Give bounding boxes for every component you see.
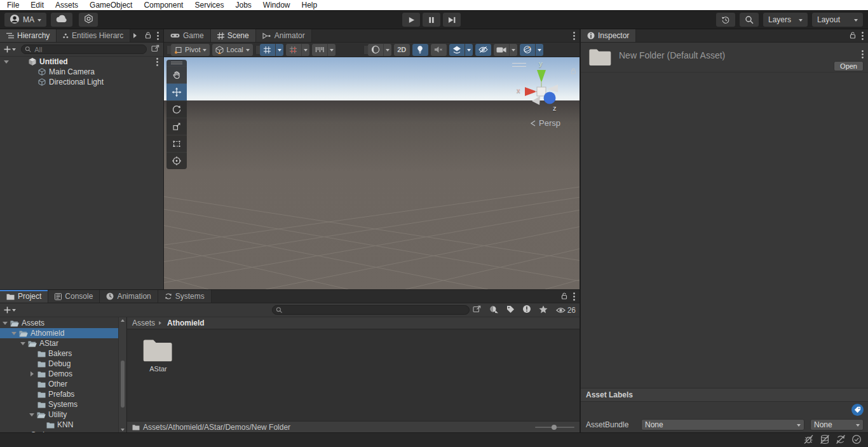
search-by-label-button[interactable] bbox=[506, 305, 515, 315]
panel-divider[interactable] bbox=[580, 29, 580, 432]
project-tree-item[interactable]: Utility bbox=[0, 409, 118, 420]
menu-item-services[interactable]: Services bbox=[189, 1, 229, 10]
rotate-tool-button[interactable] bbox=[166, 100, 187, 118]
tab-hierarchy[interactable]: Hierarchy bbox=[0, 29, 57, 42]
lock-icon[interactable] bbox=[561, 292, 567, 301]
camera-settings-dropdown[interactable] bbox=[509, 44, 517, 56]
scene-lighting-button[interactable] bbox=[412, 44, 428, 56]
disclosure-triangle[interactable] bbox=[11, 328, 18, 338]
tab-animator[interactable]: Animator bbox=[256, 29, 312, 42]
project-tree-item[interactable]: AStar bbox=[0, 338, 118, 348]
breadcrumb-current[interactable]: Athomield bbox=[167, 319, 205, 327]
shading-mode-button[interactable] bbox=[368, 44, 383, 56]
transform-tool-button[interactable] bbox=[166, 152, 187, 169]
tab-console[interactable]: Console bbox=[48, 290, 100, 303]
hierarchy-item[interactable]: Directional Light bbox=[0, 77, 163, 87]
hub-services-button[interactable] bbox=[79, 13, 98, 27]
play-button[interactable] bbox=[402, 13, 420, 27]
disclosure-triangle[interactable] bbox=[29, 409, 36, 420]
add-button[interactable] bbox=[4, 306, 16, 313]
menu-item-window[interactable]: Window bbox=[257, 1, 296, 10]
tab-project[interactable]: Project bbox=[0, 290, 48, 303]
cache-server-disabled-icon[interactable] bbox=[820, 434, 830, 446]
snap-options-dropdown[interactable] bbox=[301, 44, 309, 56]
scroll-up-icon[interactable] bbox=[119, 317, 126, 324]
panel-menu-icon[interactable] bbox=[573, 32, 575, 40]
asset-labels-header[interactable]: Asset Labels bbox=[581, 388, 868, 402]
panel-menu-icon[interactable] bbox=[862, 32, 864, 40]
project-tree-item[interactable]: Prefabs bbox=[0, 389, 118, 399]
tab-systems[interactable]: Systems bbox=[158, 290, 212, 303]
project-tree-item[interactable]: Demos bbox=[0, 369, 118, 379]
overlay-drag-handle[interactable] bbox=[166, 60, 187, 66]
breadcrumb-root[interactable]: Assets bbox=[132, 319, 155, 327]
tab-entities-hierarchy[interactable]: Entities Hierarc bbox=[57, 29, 130, 42]
debugger-disabled-icon[interactable] bbox=[803, 434, 814, 446]
project-tree-item[interactable]: Debug bbox=[0, 359, 118, 369]
scroll-down-icon[interactable] bbox=[119, 426, 126, 432]
panel-menu-icon[interactable] bbox=[573, 292, 575, 301]
open-button[interactable]: Open bbox=[834, 61, 864, 71]
move-tool-button[interactable] bbox=[166, 83, 187, 100]
panel-menu-icon[interactable] bbox=[157, 32, 159, 40]
project-tree-item[interactable]: Athomield bbox=[0, 328, 118, 338]
add-button[interactable] bbox=[4, 46, 16, 53]
cloud-button[interactable] bbox=[51, 13, 72, 27]
search-by-type-button[interactable] bbox=[489, 305, 499, 315]
menu-item-file[interactable]: File bbox=[1, 1, 25, 10]
project-tree-scrollbar[interactable] bbox=[118, 317, 126, 432]
scene-menu-icon[interactable] bbox=[156, 58, 158, 66]
open-search-window-icon[interactable] bbox=[151, 45, 159, 54]
grid-options-dropdown[interactable] bbox=[275, 44, 283, 56]
disclosure-triangle[interactable] bbox=[29, 369, 36, 379]
asset-bundle-dropdown[interactable]: None bbox=[641, 419, 804, 430]
menu-item-component[interactable]: Component bbox=[138, 1, 189, 10]
menu-item-edit[interactable]: Edit bbox=[25, 1, 50, 10]
pivot-toggle-button[interactable]: Pivot bbox=[171, 44, 210, 56]
snap-increment-button[interactable] bbox=[286, 44, 301, 56]
effects-button[interactable] bbox=[449, 44, 465, 56]
snap-size-dropdown[interactable] bbox=[327, 44, 336, 56]
toolbar-grip[interactable] bbox=[168, 46, 168, 54]
favorites-button[interactable] bbox=[539, 305, 548, 315]
scrollbar-thumb[interactable] bbox=[121, 361, 125, 408]
grid-visibility-button[interactable] bbox=[260, 44, 275, 56]
disclosure-triangle[interactable] bbox=[3, 318, 10, 328]
project-tree-item[interactable]: KNN bbox=[0, 420, 118, 430]
projection-toggle[interactable]: Persp bbox=[530, 118, 560, 128]
project-tree-item[interactable]: Systems bbox=[0, 399, 118, 409]
panel-divider[interactable] bbox=[163, 29, 164, 289]
tab-scene[interactable]: Scene bbox=[211, 29, 256, 42]
scene-visibility-button[interactable] bbox=[475, 44, 491, 56]
scale-tool-button[interactable] bbox=[166, 118, 187, 135]
hierarchy-search[interactable] bbox=[21, 45, 147, 54]
more-tabs-icon[interactable] bbox=[133, 33, 139, 38]
scene-row-untitled[interactable]: Untitled bbox=[0, 57, 163, 67]
auto-refresh-disabled-icon[interactable] bbox=[836, 434, 846, 446]
asset-bundle-variant-dropdown[interactable]: None bbox=[810, 419, 864, 430]
hierarchy-item[interactable]: Main Camera bbox=[0, 67, 163, 77]
menu-item-jobs[interactable]: Jobs bbox=[229, 1, 257, 10]
project-search[interactable] bbox=[272, 305, 470, 315]
asset-grid-item[interactable]: AStar bbox=[139, 338, 178, 373]
effects-dropdown[interactable] bbox=[465, 44, 473, 56]
scene-camera-button[interactable] bbox=[494, 44, 509, 56]
project-tree-item[interactable]: Assets bbox=[0, 318, 118, 328]
thumbnail-zoom-slider[interactable] bbox=[535, 422, 574, 432]
gizmo-lock-icon[interactable] bbox=[571, 67, 576, 76]
project-tree-item[interactable]: Other bbox=[0, 379, 118, 389]
disclosure-triangle[interactable] bbox=[20, 338, 27, 348]
2d-toggle-button[interactable]: 2D bbox=[394, 44, 410, 56]
tab-animation[interactable]: Animation bbox=[100, 290, 158, 303]
step-button[interactable] bbox=[443, 13, 461, 27]
open-search-window-icon[interactable] bbox=[473, 305, 481, 315]
menu-item-assets[interactable]: Assets bbox=[50, 1, 84, 10]
local-toggle-button[interactable]: Local bbox=[212, 44, 252, 56]
layout-dropdown[interactable]: Layout bbox=[812, 13, 863, 27]
scene-viewport[interactable]: y x z Persp bbox=[164, 57, 580, 289]
search-importlog-button[interactable] bbox=[522, 305, 531, 315]
visibility-count[interactable]: 26 bbox=[556, 306, 576, 315]
add-label-button[interactable] bbox=[851, 404, 864, 416]
hierarchy-search-input[interactable] bbox=[33, 45, 143, 54]
gizmos-dropdown[interactable] bbox=[535, 44, 543, 56]
